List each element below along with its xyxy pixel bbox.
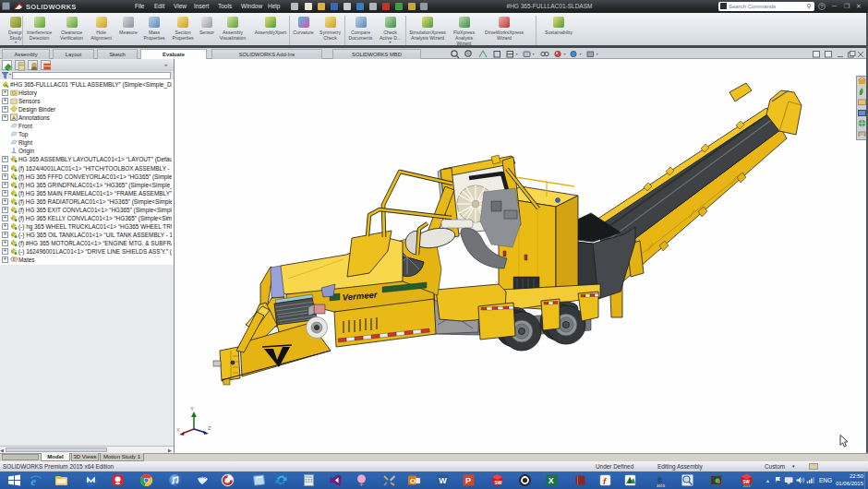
- svg-text:W: W: [439, 476, 447, 485]
- svg-text:X: X: [176, 427, 180, 433]
- svg-text:X: X: [549, 476, 554, 485]
- svg-text:2015: 2015: [657, 483, 666, 488]
- svg-text:Z: Z: [208, 425, 211, 431]
- svg-text:A: A: [12, 115, 16, 121]
- svg-text:Y: Y: [190, 406, 194, 411]
- svg-text:SW: SW: [495, 480, 502, 485]
- svg-text:P: P: [465, 476, 471, 485]
- svg-text:SOLIDWORKS: SOLIDWORKS: [26, 3, 77, 11]
- svg-text:2015: 2015: [743, 484, 751, 487]
- svg-text:SW: SW: [743, 480, 751, 484]
- svg-text:O: O: [410, 477, 416, 485]
